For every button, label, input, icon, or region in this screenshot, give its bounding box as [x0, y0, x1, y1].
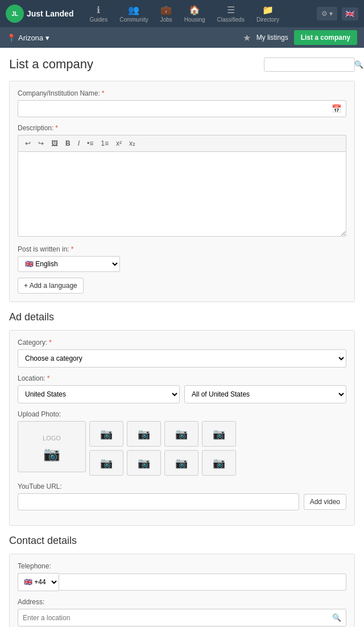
add-video-button[interactable]: Add video: [304, 494, 346, 510]
page-content: List a company 🔍 Company/Institution Nam…: [0, 48, 364, 627]
list-company-nav-button[interactable]: List a company: [294, 30, 357, 45]
photo-slot-8[interactable]: 📷: [202, 450, 236, 476]
language-section: Post is written in: * 🇬🇧 English 🇪🇸 Span…: [18, 245, 346, 294]
nav-housing-label: Housing: [184, 16, 205, 23]
language-label: Post is written in: *: [18, 245, 346, 253]
calendar-icon: 📅: [327, 101, 346, 117]
flag-icon: 🇬🇧: [345, 10, 355, 18]
search-input[interactable]: [269, 60, 354, 68]
logo-text: Just Landed: [27, 9, 73, 18]
logo-area[interactable]: JL Just Landed: [6, 5, 73, 23]
camera-icon-2: 📷: [138, 428, 150, 440]
nav-right: ⚙ ▾ 🇬🇧: [317, 7, 358, 20]
location-selector[interactable]: 📍 Arizona ▾: [7, 34, 49, 42]
address-field: Address: 🔍: [18, 598, 346, 626]
add-language-button[interactable]: + Add a language: [18, 278, 84, 294]
photo-slot-7[interactable]: 📷: [164, 450, 198, 476]
upload-photo-label: Upload Photo:: [18, 410, 346, 418]
page-title-row: List a company 🔍: [9, 57, 355, 72]
address-input[interactable]: [18, 610, 328, 626]
unordered-list-button[interactable]: •≡: [85, 138, 96, 148]
region-select[interactable]: All of United States Arizona: [184, 385, 346, 403]
image-button[interactable]: 🖼: [49, 138, 60, 148]
top-navigation: JL Just Landed ℹ Guides 👥 Community 💼 Jo…: [0, 0, 364, 27]
nav-jobs[interactable]: 💼 Jobs: [156, 2, 177, 26]
location-pin-icon: 📍: [7, 34, 16, 42]
ad-details-title: Ad details: [9, 311, 355, 323]
nav-directory[interactable]: 📁 Directory: [252, 2, 284, 26]
photo-slot-5[interactable]: 📷: [89, 450, 123, 476]
search-bar[interactable]: 🔍: [264, 57, 355, 72]
required-marker-cat: *: [49, 339, 52, 346]
photo-upload-grid: LOGO 📷 📷 📷 📷 📷 📷 📷 📷 📷: [18, 421, 346, 476]
language-select[interactable]: 🇬🇧 English 🇪🇸 Spanish 🇫🇷 French 🇩🇪 Germa…: [18, 256, 120, 272]
photo-slot-1[interactable]: 📷: [89, 421, 123, 447]
youtube-row: Add video: [18, 493, 346, 510]
contact-details-section: Telephone: 🇬🇧 +44 🇺🇸 +1 🇫🇷 +33 Address: …: [9, 554, 355, 627]
info-icon: ℹ: [97, 5, 100, 15]
address-row: 🔍: [18, 609, 346, 626]
description-field: Description: * ↩ ↪ 🖼 B I •≡ 1≡ x²: [18, 124, 346, 238]
my-listings-button[interactable]: My listings: [257, 34, 288, 42]
settings-button[interactable]: ⚙ ▾: [317, 7, 337, 20]
photo-grid: 📷 📷 📷 📷 📷 📷 📷 📷: [89, 421, 236, 476]
subscript-button[interactable]: x₂: [127, 138, 138, 148]
page-title: List a company: [9, 57, 93, 72]
housing-icon: 🏠: [189, 5, 200, 15]
redo-button[interactable]: ↪: [36, 138, 46, 148]
youtube-field: YouTube URL: Add video: [18, 482, 346, 510]
photo-slot-4[interactable]: 📷: [202, 421, 236, 447]
directory-icon: 📁: [262, 5, 274, 15]
nav-housing[interactable]: 🏠 Housing: [180, 2, 210, 26]
youtube-input[interactable]: [18, 493, 299, 510]
location-label: Location: *: [18, 374, 346, 382]
camera-logo-icon: 📷: [43, 446, 60, 462]
nav-community[interactable]: 👥 Community: [115, 2, 153, 26]
camera-icon-5: 📷: [100, 457, 113, 469]
photo-slot-6[interactable]: 📷: [127, 450, 161, 476]
nav-directory-label: Directory: [257, 16, 279, 23]
search-icon: 🔍: [354, 60, 363, 69]
camera-icon-7: 📷: [175, 457, 188, 469]
address-label: Address:: [18, 598, 346, 606]
photo-slot-3[interactable]: 📷: [164, 421, 198, 447]
ordered-list-button[interactable]: 1≡: [98, 138, 111, 148]
nav-classifieds-label: Classifieds: [217, 16, 245, 23]
language-flag-button[interactable]: 🇬🇧: [342, 7, 358, 20]
company-form-section: Company/Institution Name: * 📅 Descriptio…: [9, 81, 355, 302]
telephone-input[interactable]: [59, 574, 346, 591]
company-name-input[interactable]: [18, 101, 327, 117]
bold-button[interactable]: B: [63, 138, 73, 148]
description-label: Description: *: [18, 124, 346, 132]
category-label: Category: *: [18, 339, 346, 346]
contact-details-title: Contact details: [9, 535, 355, 547]
location-chevron-icon: ▾: [46, 34, 49, 42]
company-name-label: Company/Institution Name: *: [18, 89, 346, 97]
italic-button[interactable]: I: [76, 138, 82, 148]
telephone-field: Telephone: 🇬🇧 +44 🇺🇸 +1 🇫🇷 +33: [18, 562, 346, 591]
address-search-icon[interactable]: 🔍: [328, 609, 346, 626]
required-marker: *: [102, 89, 105, 97]
logo-upload-slot[interactable]: LOGO 📷: [18, 421, 86, 472]
classifieds-icon: ☰: [227, 5, 235, 15]
country-select[interactable]: United States United Kingdom: [18, 385, 180, 403]
gear-chevron: ▾: [329, 10, 333, 18]
telephone-row: 🇬🇧 +44 🇺🇸 +1 🇫🇷 +33: [18, 573, 346, 591]
location-bar-right: ★ My listings List a company: [243, 30, 357, 45]
community-icon: 👥: [128, 5, 139, 15]
favorite-button[interactable]: ★: [243, 32, 251, 43]
required-marker-3: *: [71, 245, 74, 253]
nav-guides[interactable]: ℹ Guides: [85, 2, 112, 26]
country-code-select[interactable]: 🇬🇧 +44 🇺🇸 +1 🇫🇷 +33: [18, 573, 59, 591]
logo-label: LOGO: [43, 435, 61, 442]
required-marker-2: *: [55, 124, 58, 132]
nav-classifieds[interactable]: ☰ Classifieds: [213, 2, 249, 26]
description-textarea[interactable]: [18, 151, 346, 237]
camera-icon-3: 📷: [175, 428, 188, 440]
upload-photo-field: Upload Photo: LOGO 📷 📷 📷 📷 📷 📷 📷 📷 📷: [18, 410, 346, 476]
undo-button[interactable]: ↩: [23, 138, 33, 148]
category-select[interactable]: Choose a category: [18, 349, 346, 368]
photo-slot-2[interactable]: 📷: [127, 421, 161, 447]
superscript-button[interactable]: x²: [114, 138, 124, 148]
camera-icon-6: 📷: [138, 457, 150, 469]
